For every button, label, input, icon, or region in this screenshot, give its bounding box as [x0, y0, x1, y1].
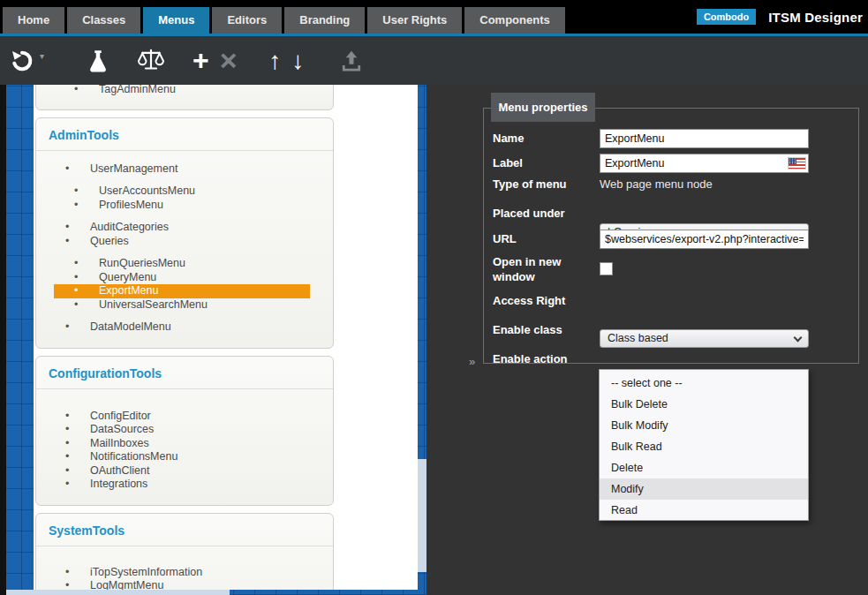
move-up-icon[interactable]: ↑	[269, 47, 282, 75]
section-title-systemtools: SystemTools	[36, 514, 333, 546]
tab-classes[interactable]: Classes	[67, 7, 140, 34]
dropdown-option[interactable]: Read	[600, 500, 808, 521]
dropdown-option-highlighted[interactable]: Modify	[600, 478, 808, 500]
combodo-logo: Combodo	[697, 9, 756, 25]
tree-card-configurationtools: ConfigurationTools ConfigEditor DataSour…	[35, 356, 334, 506]
dropdown-option[interactable]: Delete	[600, 457, 808, 478]
undo-dropdown-caret[interactable]: ▾	[40, 51, 44, 61]
name-input[interactable]	[600, 129, 809, 148]
top-tab-bar: Home Classes Menus Editors Branding User…	[0, 0, 868, 36]
access-right-select[interactable]: Class based	[600, 329, 809, 348]
tree-item[interactable]: UserManagement	[36, 162, 333, 177]
tab-menus[interactable]: Menus	[143, 7, 209, 34]
tree-card-top-cut: TagAdminMenu	[35, 85, 334, 110]
tree-item[interactable]: MailInboxes	[36, 437, 333, 451]
undo-icon[interactable]	[9, 48, 35, 74]
tree-item[interactable]: iTopSystemInformation	[36, 566, 333, 580]
properties-panel: » Menu properties Name Label Type of men…	[426, 85, 868, 595]
type-of-menu-label: Type of menu	[493, 177, 597, 191]
url-input[interactable]	[600, 230, 809, 249]
tab-components[interactable]: Components	[464, 7, 564, 34]
us-flag-icon	[789, 158, 805, 169]
tree-item[interactable]: AuditCategories	[36, 221, 333, 235]
open-new-window-label: Open in new window	[493, 254, 597, 284]
tree-item[interactable]: LogMgmtMenu	[36, 579, 333, 590]
open-new-window-checkbox[interactable]	[600, 262, 613, 275]
tab-branding[interactable]: Branding	[284, 7, 365, 34]
move-down-icon[interactable]: ↓	[292, 47, 305, 75]
tree-item[interactable]: Integrations	[36, 478, 333, 492]
tree-item[interactable]: TagAdminMenu	[36, 85, 333, 97]
dropdown-option[interactable]: Bulk Modify	[600, 415, 808, 436]
tab-home[interactable]: Home	[3, 7, 64, 34]
app-title: ITSM Designer	[768, 10, 863, 25]
tree-item[interactable]: UniversalSearchMenu	[36, 298, 333, 313]
chevron-down-icon	[794, 334, 803, 343]
tree-item-selected[interactable]: ExportMenu	[54, 284, 310, 298]
dropdown-option[interactable]: Bulk Read	[600, 436, 808, 457]
enable-action-label: Enable action	[493, 352, 597, 365]
itsm-designer-window: Home Classes Menus Editors Branding User…	[0, 0, 868, 595]
access-right-label: Access Right	[493, 294, 597, 307]
add-icon[interactable]: +	[192, 44, 209, 77]
compare-scales-icon[interactable]	[136, 47, 166, 75]
section-title-configurationtools: ConfigurationTools	[36, 357, 333, 389]
tab-editors[interactable]: Editors	[212, 7, 282, 34]
tree-card-admintools: AdminTools UserManagement UserAccountsMe…	[35, 117, 334, 349]
tree-item[interactable]: NotificationsMenu	[36, 450, 333, 464]
placed-under-label: Placed under	[493, 207, 597, 220]
tree-card-systemtools: SystemTools iTopSystemInformation LogMgm…	[35, 513, 334, 591]
canvas-left-edge	[0, 85, 6, 595]
vertical-scrollbar-thumb[interactable]	[418, 459, 426, 572]
brand-area: Combodo ITSM Designer	[697, 0, 863, 34]
enable-action-dropdown: -- select one -- Bulk Delete Bulk Modify…	[599, 369, 809, 521]
tree-item[interactable]: OAuthClient	[36, 464, 333, 478]
horizontal-scrollbar-thumb[interactable]	[6, 590, 230, 595]
panel-title: Menu properties	[491, 93, 595, 122]
menu-tree-panel: TagAdminMenu AdminTools UserManagement U…	[34, 85, 418, 590]
tree-item[interactable]: Queries	[36, 235, 333, 249]
tree-item[interactable]: RunQueriesMenu	[36, 257, 333, 271]
test-flask-icon[interactable]	[85, 48, 111, 74]
url-label: URL	[493, 232, 597, 245]
enable-class-label: Enable class	[493, 323, 597, 336]
tree-item[interactable]: DataSources	[36, 423, 333, 437]
tree-item[interactable]: QueryMenu	[36, 271, 333, 285]
dropdown-option[interactable]: Bulk Delete	[600, 394, 808, 415]
delete-icon: ×	[220, 43, 238, 78]
tree-item[interactable]: ProfilesMenu	[36, 199, 333, 213]
type-of-menu-value: Web page menu node	[600, 177, 809, 191]
dropdown-option[interactable]: -- select one --	[600, 373, 808, 394]
section-title-admintools: AdminTools	[36, 118, 333, 151]
main-tabs: Home Classes Menus Editors Branding User…	[3, 7, 565, 34]
label-label: Label	[493, 156, 597, 169]
tree-item[interactable]: DataModelMenu	[36, 320, 333, 335]
collapse-panel-icon[interactable]: »	[469, 355, 475, 368]
tab-user-rights[interactable]: User Rights	[367, 7, 462, 34]
export-icon	[338, 48, 365, 74]
toolbar: ▾ + × ↑ ↓	[0, 36, 868, 85]
tree-item[interactable]: ConfigEditor	[36, 410, 333, 424]
access-right-value: Class based	[608, 332, 668, 344]
name-label: Name	[493, 132, 597, 145]
designer-canvas: TagAdminMenu AdminTools UserManagement U…	[0, 85, 868, 595]
label-input[interactable]	[600, 154, 809, 173]
tree-item[interactable]: UserAccountsMenu	[36, 185, 333, 199]
